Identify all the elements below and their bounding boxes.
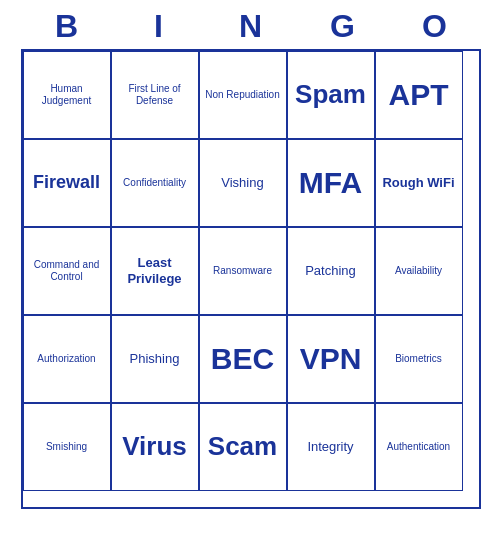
cell-r0-c4: APT <box>375 51 463 139</box>
cell-r3-c3: VPN <box>287 315 375 403</box>
bingo-header: BINGO <box>21 0 481 49</box>
cell-r2-c3: Patching <box>287 227 375 315</box>
bingo-letter-I: I <box>119 8 199 45</box>
cell-text-r3-c0: Authorization <box>37 353 95 365</box>
cell-text-r0-c2: Non Repudiation <box>205 89 280 101</box>
cell-text-r2-c3: Patching <box>305 263 356 279</box>
cell-r3-c2: BEC <box>199 315 287 403</box>
cell-r4-c3: Integrity <box>287 403 375 491</box>
cell-r0-c2: Non Repudiation <box>199 51 287 139</box>
cell-r1-c2: Vishing <box>199 139 287 227</box>
cell-text-r4-c4: Authentication <box>387 441 450 453</box>
bingo-letter-B: B <box>27 8 107 45</box>
cell-text-r4-c2: Scam <box>208 431 277 462</box>
bingo-letter-G: G <box>303 8 383 45</box>
cell-r2-c0: Command and Control <box>23 227 111 315</box>
cell-text-r0-c3: Spam <box>295 79 366 110</box>
cell-r1-c1: Confidentiality <box>111 139 199 227</box>
cell-text-r2-c2: Ransomware <box>213 265 272 277</box>
cell-text-r2-c0: Command and Control <box>28 259 106 283</box>
bingo-letter-N: N <box>211 8 291 45</box>
cell-r1-c4: Rough WiFi <box>375 139 463 227</box>
cell-text-r1-c2: Vishing <box>221 175 263 191</box>
cell-text-r1-c3: MFA <box>299 165 362 201</box>
cell-text-r0-c0: Human Judgement <box>28 83 106 107</box>
bingo-grid: Human JudgementFirst Line of DefenseNon … <box>21 49 481 509</box>
cell-text-r3-c4: Biometrics <box>395 353 442 365</box>
cell-text-r1-c4: Rough WiFi <box>382 175 454 191</box>
cell-r0-c0: Human Judgement <box>23 51 111 139</box>
cell-text-r0-c4: APT <box>389 77 449 113</box>
cell-r0-c3: Spam <box>287 51 375 139</box>
cell-r1-c3: MFA <box>287 139 375 227</box>
cell-r4-c4: Authentication <box>375 403 463 491</box>
cell-text-r4-c3: Integrity <box>307 439 353 455</box>
cell-text-r3-c3: VPN <box>300 341 362 377</box>
cell-r0-c1: First Line of Defense <box>111 51 199 139</box>
cell-text-r1-c1: Confidentiality <box>123 177 186 189</box>
cell-r4-c2: Scam <box>199 403 287 491</box>
cell-text-r4-c0: Smishing <box>46 441 87 453</box>
cell-text-r2-c1: Least Privilege <box>116 255 194 286</box>
cell-r2-c4: Availability <box>375 227 463 315</box>
cell-text-r3-c1: Phishing <box>130 351 180 367</box>
cell-r1-c0: Firewall <box>23 139 111 227</box>
cell-r2-c1: Least Privilege <box>111 227 199 315</box>
cell-r3-c4: Biometrics <box>375 315 463 403</box>
cell-r2-c2: Ransomware <box>199 227 287 315</box>
cell-text-r4-c1: Virus <box>122 431 187 462</box>
cell-r3-c1: Phishing <box>111 315 199 403</box>
cell-text-r3-c2: BEC <box>211 341 274 377</box>
cell-text-r1-c0: Firewall <box>33 172 100 194</box>
bingo-letter-O: O <box>395 8 475 45</box>
cell-r4-c1: Virus <box>111 403 199 491</box>
cell-text-r0-c1: First Line of Defense <box>116 83 194 107</box>
cell-r4-c0: Smishing <box>23 403 111 491</box>
cell-r3-c0: Authorization <box>23 315 111 403</box>
cell-text-r2-c4: Availability <box>395 265 442 277</box>
